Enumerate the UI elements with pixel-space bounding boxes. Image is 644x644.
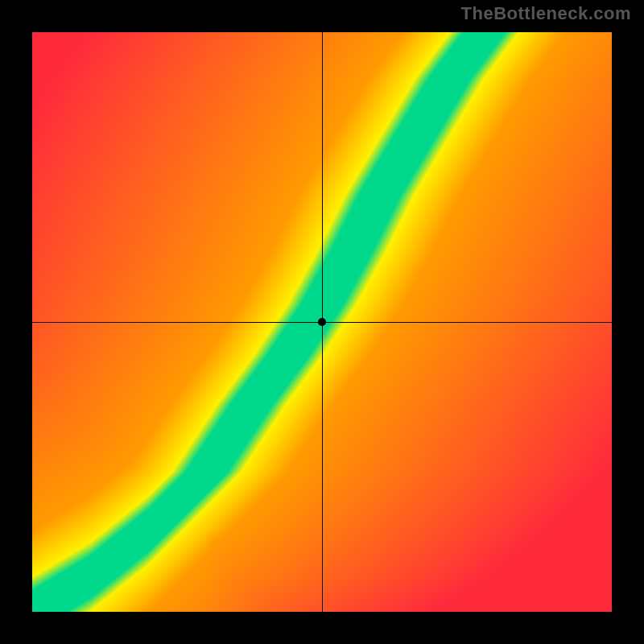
- watermark-text: TheBottleneck.com: [461, 3, 631, 24]
- bottleneck-heatmap: [0, 0, 644, 644]
